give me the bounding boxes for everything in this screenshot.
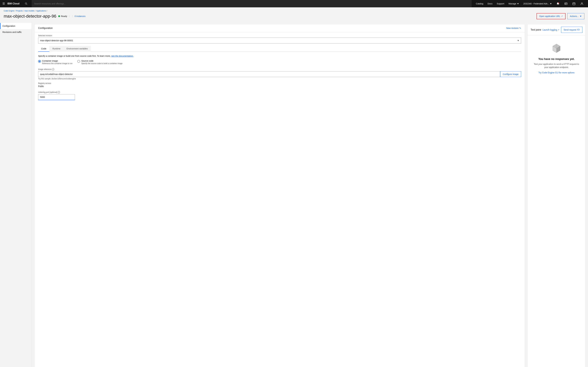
notifications-icon[interactable] [554, 0, 562, 7]
configure-image-button[interactable]: Configure image [500, 71, 521, 77]
svg-rect-11 [578, 29, 579, 30]
sidebar-item-configuration[interactable]: Configuration [0, 23, 32, 29]
cost-icon[interactable] [562, 0, 570, 7]
source-code-radio-button[interactable] [77, 60, 80, 63]
test-pane-header: Test pane Launch logging ↗ Send request [527, 24, 585, 35]
manage-label: Manage [509, 2, 516, 5]
tabs-row: Code Runtime Environment variables [38, 46, 521, 52]
search-input[interactable] [32, 0, 472, 7]
no-responses-description: Test your application to send a HTTP req… [532, 63, 580, 69]
external-link-icon: ↗ [561, 15, 563, 17]
no-responses-heading: You have no responses yet. [538, 58, 575, 61]
new-revision-edit-icon: ✎ [519, 27, 521, 29]
selected-revision-label: Selected revision [38, 34, 521, 37]
svg-line-1 [26, 4, 27, 5]
top-nav: ☰ IBM Cloud Catalog Docs Support Manage … [0, 0, 588, 7]
svg-point-10 [581, 3, 582, 4]
config-panel-header: Configuration New revision ✎ [35, 24, 525, 32]
breadcrumb-max-models[interactable]: max-models [24, 10, 34, 12]
launch-logging-button[interactable]: Launch logging ↗ [543, 29, 559, 31]
image-reference-info-icon[interactable]: i [52, 68, 54, 70]
listening-port-input[interactable] [38, 94, 75, 100]
selected-revision-group: Selected revision max-object-detector-ap… [38, 34, 521, 43]
image-reference-input[interactable] [38, 71, 500, 77]
config-panel-body: Selected revision max-object-detector-ap… [35, 32, 525, 108]
test-pane-title: Test pane [531, 28, 541, 31]
hamburger-icon[interactable]: ☰ [2, 2, 5, 5]
image-reference-input-row: Configure image [38, 71, 521, 77]
breadcrumb-code-engine[interactable]: Code Engine [4, 10, 14, 12]
launch-logging-icon: ↗ [558, 29, 559, 31]
image-reference-label: Image reference i [38, 68, 521, 70]
svg-rect-3 [565, 3, 567, 5]
account-switcher[interactable]: 2032340 - Federated Adv... ▼ [521, 0, 554, 7]
registry-access-section: Registry access Public [38, 82, 521, 87]
sidebar-item-revisions-traffic[interactable]: Revisions and traffic [0, 29, 32, 35]
image-reference-group: Image reference i Configure image Try th… [38, 68, 521, 80]
status-dot-icon [58, 15, 60, 17]
empty-state-icon [551, 43, 562, 54]
tab-environment-variables[interactable]: Environment variables [64, 46, 91, 52]
launch-logging-label: Launch logging [543, 29, 557, 31]
source-code-sublabel: Specify the source code to build a conta… [81, 62, 122, 65]
container-image-radio-button[interactable] [38, 60, 41, 63]
source-type-radio-group: Container image Reference the container … [38, 60, 521, 65]
image-hint: Try this sample: docker.io/ibmcom/codeen… [38, 78, 521, 80]
open-url-label: Open application URL [539, 15, 560, 17]
open-application-url-button[interactable]: Open application URL ↗ [536, 13, 565, 19]
manage-chevron-icon: ▼ [517, 2, 519, 5]
brand-logo: IBM Cloud [7, 2, 19, 5]
main-content: Configuration Revisions and traffic Conf… [0, 22, 588, 367]
send-request-label: Send request [564, 29, 576, 31]
registry-access-value: Public [38, 85, 521, 87]
tab-code[interactable]: Code [38, 46, 49, 52]
config-panel-title: Configuration [38, 27, 53, 30]
status-badge: Ready [58, 15, 67, 17]
svg-rect-5 [565, 4, 566, 4]
instances-badge[interactable]: 0 instances [73, 15, 86, 17]
test-pane: Test pane Launch logging ↗ Send request [527, 24, 586, 367]
breadcrumb-applications[interactable]: Applications [36, 10, 46, 12]
registry-access-label: Registry access [38, 82, 521, 84]
container-image-radio[interactable]: Container image Reference the container … [38, 60, 72, 65]
svg-rect-6 [573, 3, 575, 5]
actions-button[interactable]: Actions... ▼ [567, 13, 584, 19]
container-image-label: Container image [42, 60, 72, 62]
separator: | [69, 15, 69, 17]
search-icon [23, 2, 29, 5]
revision-select[interactable]: max-object-detector-app-96-00001 [38, 38, 521, 43]
sidebar: Configuration Revisions and traffic [0, 22, 32, 367]
tab-runtime[interactable]: Runtime [49, 46, 63, 52]
calendar-icon[interactable] [570, 0, 578, 7]
test-pane-body: You have no responses yet. Test your app… [527, 35, 585, 81]
source-code-radio[interactable]: Source code Specify the source code to b… [77, 60, 122, 65]
sidebar-item-revisions-label: Revisions and traffic [2, 31, 22, 33]
user-icon[interactable] [578, 0, 586, 7]
page-title: max-object-detector-app-96 [4, 14, 56, 19]
configure-image-label: Configure image [503, 73, 519, 75]
actions-chevron-icon: ▼ [579, 15, 582, 17]
container-image-sublabel: Reference the container image to run [42, 62, 72, 65]
status-label: Ready [61, 15, 67, 17]
actions-label: Actions... [570, 15, 579, 17]
new-revision-button[interactable]: New revision ✎ [506, 27, 521, 29]
svg-point-2 [558, 2, 559, 3]
sidebar-item-configuration-label: Configuration [2, 25, 15, 27]
send-request-icon [577, 28, 580, 31]
catalog-link[interactable]: Catalog [474, 0, 485, 7]
account-chevron-icon: ▼ [550, 2, 552, 5]
breadcrumb: Code Engine / Projects / max-models / Ap… [4, 10, 584, 12]
send-request-button[interactable]: Send request [561, 27, 582, 33]
breadcrumb-projects[interactable]: Projects [16, 10, 23, 12]
page-header: Code Engine / Projects / max-models / Ap… [0, 7, 588, 22]
revision-select-wrapper: max-object-detector-app-96-00001 ▼ [38, 38, 521, 43]
docs-link[interactable]: Docs [486, 0, 494, 7]
new-revision-label: New revision [506, 27, 519, 29]
tab-description: Specify a container image or build one f… [38, 55, 521, 57]
documentation-link[interactable]: see the documentation. [111, 55, 134, 57]
listening-port-group: Listening port (optional) i [38, 91, 521, 100]
cli-link[interactable]: Try Code Engine CLI for more options [538, 71, 574, 74]
manage-menu[interactable]: Manage ▼ [507, 0, 521, 7]
listening-port-info-icon[interactable]: i [58, 91, 60, 93]
support-link[interactable]: Support [495, 0, 506, 7]
